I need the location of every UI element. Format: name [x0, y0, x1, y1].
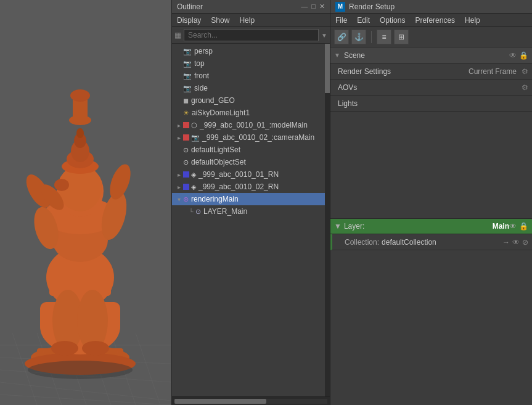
hscroll-thumb[interactable]	[174, 399, 266, 404]
abc-color-icon	[183, 122, 189, 128]
outliner-menu-help[interactable]: Help	[237, 15, 257, 26]
hscroll-track[interactable]	[174, 399, 327, 404]
svg-point-34	[54, 179, 69, 191]
vertical-scrollbar[interactable]	[325, 44, 330, 396]
camera-icon: 📷	[183, 84, 192, 92]
abc-camera-icon: 📷	[191, 134, 200, 142]
mesh-icon: ◼	[183, 97, 189, 105]
scene-expand-icon: ▼	[334, 52, 340, 59]
scene-eye-icon[interactable]: 👁	[509, 51, 517, 60]
maya-icon: M	[335, 2, 345, 12]
render-setup-title: Render Setup	[349, 2, 395, 11]
scrollbar-thumb[interactable]	[325, 44, 330, 93]
tree-item-layer-main[interactable]: └ ⊙ LAYER_Main	[172, 205, 325, 218]
toolbar-separator	[371, 31, 372, 43]
outliner-menu-display[interactable]: Display	[174, 15, 203, 26]
tree-item-side[interactable]: 📷 side	[172, 82, 325, 94]
outliner-tree: 📷 persp 📷 top 📷 front 📷 side	[172, 44, 325, 396]
collection-bar: Collection: defaultCollection → 👁 ⊘	[330, 234, 532, 250]
render-menu-options[interactable]: Options	[377, 15, 407, 26]
item-label-front: front	[194, 72, 209, 80]
outliner-search-bar: ▦ ▼	[172, 27, 330, 44]
render-settings-gear[interactable]: ⚙	[522, 67, 528, 76]
render-menu-preferences[interactable]: Preferences	[412, 15, 457, 26]
layer-eye-button[interactable]: 👁	[509, 222, 517, 231]
item-label-ground: ground_GEO	[191, 96, 235, 105]
scene-section-header[interactable]: ▼ Scene 👁 🔒	[330, 47, 532, 63]
svg-point-32	[76, 128, 84, 138]
scene-section-label: Scene	[344, 51, 509, 60]
render-settings-label: Render Settings	[338, 67, 469, 76]
svg-point-41	[82, 341, 109, 356]
set-icon: ⊙	[183, 146, 189, 154]
light-icon: ☀	[183, 109, 189, 117]
render-setup-panel: M Render Setup File Edit Options Prefere…	[330, 0, 532, 405]
aovs-gear[interactable]: ⚙	[522, 83, 528, 92]
camera-icon: 📷	[183, 72, 192, 80]
tree-container: 📷 persp 📷 top 📷 front 📷 side	[172, 44, 330, 396]
render-titlebar: M Render Setup	[330, 0, 532, 14]
aovs-header[interactable]: AOVs ⚙	[330, 80, 532, 96]
render-menu-help[interactable]: Help	[462, 15, 483, 26]
tree-item-abc02-rn[interactable]: ▸ ◈ _999_abc_0010_02_RN	[172, 181, 325, 193]
tree-item-default-light-set[interactable]: ⊙ defaultLightSet	[172, 144, 325, 156]
render-bottom-area	[330, 250, 532, 405]
rn-icon2: ◈	[191, 183, 196, 191]
svg-point-40	[51, 341, 78, 356]
search-input[interactable]	[184, 29, 319, 41]
layer-bar: ▼ Layer: Main 👁 🔒	[330, 218, 532, 234]
render-menu-edit[interactable]: Edit	[354, 15, 372, 26]
tree-item-abc01-rn[interactable]: ▸ ◈ _999_abc_0010_01_RN	[172, 168, 325, 181]
render-settings-value: Current Frame	[469, 67, 517, 76]
minimize-button[interactable]: —	[301, 2, 308, 10]
tree-item-ground-geo[interactable]: ◼ ground_GEO	[172, 94, 325, 107]
item-label-abc01-model: _999_abc_0010_01_:modelMain	[200, 121, 308, 129]
collection-label: Collection:	[345, 238, 379, 247]
outliner-menu-show[interactable]: Show	[208, 15, 232, 26]
close-button[interactable]: ✕	[319, 2, 325, 10]
item-label-layer-main: LAYER_Main	[203, 207, 247, 216]
render-settings-header[interactable]: Render Settings Current Frame ⚙	[330, 63, 532, 80]
layer-icon: ⊙	[195, 208, 201, 216]
tree-item-abc01-model[interactable]: ▸ ⬡ _999_abc_0010_01_:modelMain	[172, 119, 325, 131]
camera-icon: 📷	[183, 47, 192, 55]
layer-lock-button[interactable]: 🔒	[519, 222, 528, 231]
item-label-side: side	[194, 84, 208, 92]
item-label-top: top	[194, 59, 205, 68]
layer-label: Layer:	[344, 222, 489, 231]
tree-item-aisky[interactable]: ☀ aiSkyDomeLight1	[172, 107, 325, 119]
tree-item-default-object-set[interactable]: ⊙ defaultObjectSet	[172, 156, 325, 168]
tree-item-persp[interactable]: 📷 persp	[172, 45, 325, 57]
svg-point-37	[70, 89, 90, 102]
collection-eye-button[interactable]: 👁	[512, 238, 520, 247]
render-menu-file[interactable]: File	[333, 15, 350, 26]
set-icon2: ⊙	[183, 158, 189, 166]
titlebar-controls: — □ ✕	[301, 2, 325, 10]
maximize-button[interactable]: □	[311, 2, 316, 10]
grid-button[interactable]: ⊞	[394, 30, 409, 44]
outliner-title: Outliner	[177, 2, 203, 11]
scene-header-icons: 👁 🔒	[509, 51, 528, 60]
tree-item-abc02-camera[interactable]: ▸ 📷 _999_abc_0010_02_:cameraMain	[172, 131, 325, 144]
layer-icons: 👁 🔒	[509, 222, 528, 231]
rn-color-icon	[183, 171, 189, 178]
layer-name: Main	[493, 222, 509, 231]
tree-item-top[interactable]: 📷 top	[172, 57, 325, 70]
collection-disable-button[interactable]: ⊘	[522, 238, 528, 247]
render-toolbar: 🔗 ⚓ ≡ ⊞	[330, 27, 532, 47]
item-label-abc01-rn: _999_abc_0010_01_RN	[198, 170, 279, 179]
horizontal-scrollbar[interactable]	[172, 396, 330, 405]
tree-item-rendering-main[interactable]: ▾ ⊛ renderingMain	[172, 193, 325, 205]
tree-item-front[interactable]: 📷 front	[172, 70, 325, 82]
anchor-button[interactable]: ⚓	[351, 30, 366, 44]
search-dropdown-icon[interactable]: ▼	[321, 32, 327, 39]
collection-link-button[interactable]: →	[502, 238, 510, 247]
collection-name: defaultCollection	[382, 238, 502, 247]
list-button[interactable]: ≡	[377, 30, 391, 44]
scene-lock-icon[interactable]: 🔒	[519, 51, 528, 60]
abc-icon: ⬡	[191, 121, 197, 129]
lights-header[interactable]: Lights	[330, 96, 532, 112]
item-label-default-object-set: defaultObjectSet	[191, 158, 246, 166]
layer-expand-icon: ▼	[334, 222, 342, 231]
link-button[interactable]: 🔗	[334, 30, 349, 44]
